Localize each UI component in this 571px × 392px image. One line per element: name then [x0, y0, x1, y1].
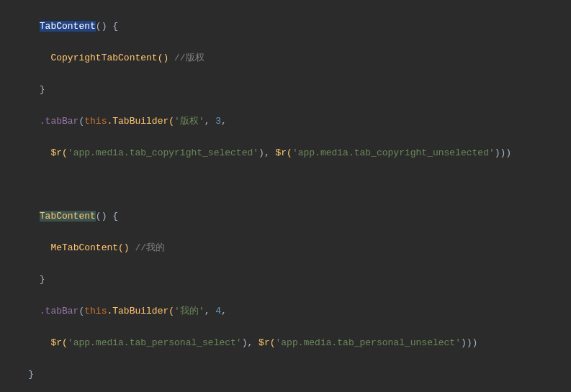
- token: MeTabContent(): [50, 242, 129, 253]
- token: $r(: [258, 337, 275, 348]
- token: CopyrightTabContent(): [50, 53, 168, 63]
- token: .TabBuilder(: [107, 306, 174, 316]
- token: 4: [215, 306, 221, 316]
- token: 'app.media.tab_copyright_selected': [68, 147, 258, 158]
- token: ))): [461, 337, 477, 348]
- token: this: [84, 306, 107, 316]
- code-editor[interactable]: TabContent() { CopyrightTabContent() //版…: [0, 3, 571, 392]
- token: () {: [96, 21, 118, 32]
- code-line: [6, 177, 571, 193]
- code-line: $r('app.media.tab_copyright_selected'), …: [6, 145, 571, 161]
- match-highlight: TabContent: [40, 211, 96, 222]
- token: $r(: [276, 147, 292, 158]
- code-line: MeTabContent() //我的: [6, 240, 571, 256]
- token: .TabBuilder(: [107, 116, 174, 127]
- code-line: .tabBar(this.TabBuilder('版权', 3,: [6, 114, 571, 129]
- code-line: TabContent() {: [6, 19, 571, 35]
- token: }: [40, 84, 45, 95]
- code-line: .tabBar(this.TabBuilder('我的', 4,: [6, 304, 571, 319]
- selection: TabContent: [40, 21, 96, 32]
- token: ))): [495, 147, 511, 158]
- code-line: CopyrightTabContent() //版权: [6, 50, 571, 66]
- code-line: $r('app.media.tab_personal_select'), $r(…: [6, 335, 571, 351]
- token: ): [258, 147, 264, 158]
- token: this: [84, 116, 107, 127]
- code-line: TabContent() {: [6, 209, 571, 224]
- token: .tabBar: [40, 116, 79, 127]
- token: $r(: [50, 147, 67, 158]
- token: '版权': [174, 116, 204, 127]
- code-line: }: [6, 367, 571, 383]
- token: }: [28, 369, 34, 380]
- token: 'app.media.tab_personal_select': [68, 337, 242, 348]
- token: ,: [247, 337, 258, 348]
- token: () {: [96, 211, 118, 222]
- token: ,: [204, 306, 216, 316]
- token: }: [40, 274, 45, 285]
- comment: //版权: [174, 53, 204, 63]
- token: 3: [215, 116, 221, 127]
- token: $r(: [50, 337, 67, 348]
- token: ,: [204, 116, 216, 127]
- comment: //我的: [135, 242, 165, 253]
- token: 'app.media.tab_copyright_unselected': [292, 147, 495, 158]
- token: .tabBar: [40, 306, 79, 316]
- code-line: }: [6, 82, 571, 98]
- token: ,: [264, 147, 276, 158]
- token: 'app.media.tab_personal_unselect': [276, 337, 461, 348]
- code-line: }: [6, 272, 571, 288]
- token: '我的': [174, 306, 204, 316]
